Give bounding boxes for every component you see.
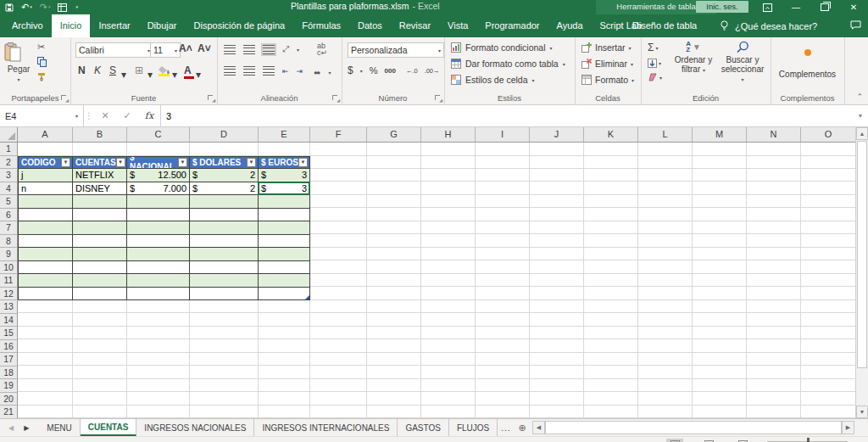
increase-indent-icon[interactable]: ⇥ <box>297 67 303 76</box>
cell-D8[interactable] <box>190 235 259 249</box>
cell-C3[interactable]: $12.500 <box>127 169 190 182</box>
page-break-view-button[interactable] <box>734 439 751 442</box>
cell-B7[interactable] <box>73 221 127 235</box>
column-header-L[interactable]: L <box>638 127 693 143</box>
column-header-A[interactable]: A <box>18 127 73 143</box>
paste-button[interactable]: Pegar ▾ <box>4 42 33 92</box>
cell-C10[interactable] <box>127 261 190 275</box>
increase-decimal-icon[interactable]: ←.0 <box>406 67 418 75</box>
row-header-14[interactable]: 14 <box>0 314 18 327</box>
orientation-caret[interactable]: ▾ <box>297 47 299 53</box>
orientation-icon[interactable]: ⤢ <box>282 44 289 54</box>
cell-D7[interactable] <box>190 221 259 235</box>
align-right-icon[interactable] <box>263 66 275 76</box>
row-header-12[interactable]: 12 <box>0 288 18 301</box>
percent-format-icon[interactable]: % <box>370 65 378 76</box>
row-header-15[interactable]: 15 <box>0 327 18 340</box>
row-header-9[interactable]: 9 <box>0 248 18 261</box>
confirm-entry-icon[interactable]: ✓ <box>116 105 138 126</box>
column-header-J[interactable]: J <box>530 127 584 143</box>
table-header-cell[interactable]: $ NACIONAL▼ <box>127 156 190 170</box>
filter-dropdown-button[interactable]: ▼ <box>116 158 125 167</box>
row-header-1[interactable]: 1 <box>0 143 18 156</box>
save-icon[interactable] <box>5 3 14 12</box>
cell-C4[interactable]: $7.000 <box>127 182 190 196</box>
cell-C6[interactable] <box>127 209 190 222</box>
number-format-combo[interactable]: Personalizada▾ <box>348 42 444 58</box>
clipboard-dialog-launcher[interactable] <box>61 95 69 103</box>
format-painter-icon[interactable] <box>37 72 47 81</box>
table-header-cell[interactable]: CUENTAS▼ <box>73 156 127 170</box>
cell-E7[interactable] <box>259 221 310 235</box>
tab-programador[interactable]: Programador <box>476 14 548 37</box>
sort-filter-button[interactable]: AZ ▼ Ordenar y filtrar ▾ <box>670 41 717 76</box>
cell-D12[interactable] <box>190 288 259 301</box>
table-view-icon[interactable] <box>58 3 67 12</box>
cell-C9[interactable] <box>127 248 190 261</box>
row-header-20[interactable]: 20 <box>0 393 18 406</box>
vertical-scrollbar[interactable]: ▲ ▼ <box>855 127 868 418</box>
scroll-left-arrow[interactable]: ◀ <box>532 421 545 434</box>
cell-D9[interactable] <box>190 248 259 261</box>
cell-A11[interactable] <box>18 274 73 288</box>
sheet-tab-ingresos-nacionales[interactable]: INGRESOS NACIONALES <box>136 419 254 436</box>
decrease-decimal-icon[interactable]: .00→ <box>425 67 440 75</box>
cell-C11[interactable] <box>127 274 190 288</box>
tab-ayuda[interactable]: Ayuda <box>548 14 592 37</box>
filter-dropdown-button[interactable]: ▼ <box>247 158 256 167</box>
sheet-tab-cuentas[interactable]: CUENTAS <box>81 419 137 436</box>
decrease-font-icon[interactable]: A˅ <box>198 42 211 54</box>
formula-input[interactable]: 3 <box>161 105 853 126</box>
cut-icon[interactable]: ✂ <box>37 42 45 52</box>
cell-D4[interactable]: $2 <box>190 182 259 196</box>
column-header-E[interactable]: E <box>259 127 310 143</box>
sheet-tab-gastos[interactable]: GASTOS <box>398 419 449 436</box>
table-header-cell[interactable]: CODIGO▼ <box>18 156 73 170</box>
decrease-indent-icon[interactable]: ⇤ <box>282 67 289 76</box>
new-sheet-button[interactable]: ⊕ <box>515 419 531 436</box>
name-box[interactable]: E4▾ <box>0 105 84 126</box>
cell-B6[interactable] <box>73 209 127 222</box>
row-header-13[interactable]: 13 <box>0 300 18 314</box>
cell-E5[interactable] <box>259 195 310 209</box>
font-dialog-launcher[interactable] <box>208 95 215 103</box>
cell-C8[interactable] <box>127 235 190 249</box>
column-header-C[interactable]: C <box>127 127 190 143</box>
italic-button[interactable]: K <box>94 64 101 76</box>
scroll-right-arrow[interactable]: ▶ <box>842 421 854 434</box>
tab-vista[interactable]: Vista <box>439 14 476 37</box>
cell-E9[interactable] <box>259 248 310 261</box>
borders-caret[interactable]: ▾ <box>147 69 153 81</box>
sheet-tab-ingresos-internacionales[interactable]: INGRESOS INTERNACIONALES <box>254 419 398 436</box>
close-button[interactable]: ✕ <box>839 0 868 14</box>
cell-B12[interactable] <box>73 288 127 301</box>
page-layout-view-button[interactable] <box>700 439 717 442</box>
find-select-button[interactable]: Buscar y seleccionar ▾ <box>719 41 766 85</box>
row-header-19[interactable]: 19 <box>0 379 18 393</box>
row-header-21[interactable]: 21 <box>0 406 18 419</box>
merge-center-icon[interactable]: ⬌ <box>314 68 320 77</box>
cell-A12[interactable] <box>18 288 73 301</box>
font-name-combo[interactable]: Calibri▾ <box>75 42 153 58</box>
comma-format-icon[interactable]: 000 <box>384 67 395 75</box>
align-bottom-icon[interactable] <box>263 45 275 54</box>
ribbon-display-options-button[interactable] <box>753 0 782 14</box>
cell-D5[interactable] <box>190 195 259 209</box>
cell-E3[interactable]: $3 <box>259 169 310 182</box>
tab-disposici-n-de-p-gina[interactable]: Disposición de página <box>186 14 294 37</box>
cell-A7[interactable] <box>18 221 73 235</box>
cell-styles-button[interactable]: Estilos de celda▾ <box>451 75 535 85</box>
cell-A9[interactable] <box>18 248 73 261</box>
row-header-7[interactable]: 7 <box>0 221 18 235</box>
column-header-B[interactable]: B <box>73 127 127 143</box>
align-dialog-launcher[interactable] <box>332 95 340 103</box>
cell-A3[interactable]: j <box>18 169 73 182</box>
row-header-11[interactable]: 11 <box>0 274 18 288</box>
normal-view-button[interactable] <box>666 439 683 442</box>
cell-C7[interactable] <box>127 221 190 235</box>
undo-button[interactable]: ↶▾ <box>21 1 32 14</box>
formula-bar-handle[interactable]: ⋮ <box>84 105 94 126</box>
cell-A8[interactable] <box>18 235 73 249</box>
cell-E6[interactable] <box>259 209 310 222</box>
clear-button[interactable]: ▾ <box>648 73 662 81</box>
